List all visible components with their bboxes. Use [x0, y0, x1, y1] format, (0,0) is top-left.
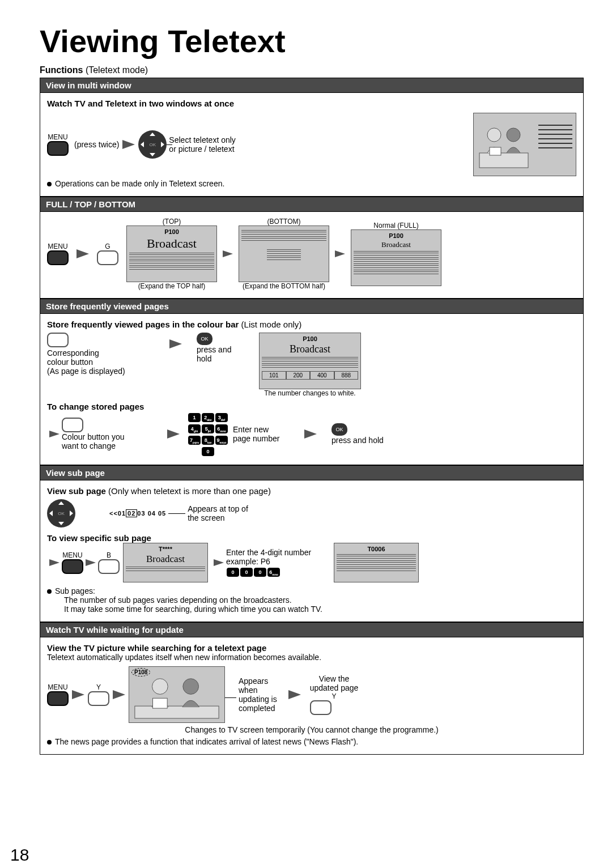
appears-when-label: Appears when updating is completed	[239, 676, 277, 713]
teletext-auto-label: Teletext automatically updates itself wh…	[47, 653, 576, 662]
bottom-label: (BOTTOM)	[239, 218, 329, 225]
arrow-icon	[223, 250, 233, 257]
view-sub-normal: (Only when teletext is more than one pag…	[106, 486, 271, 496]
section-multi-window: Watch TV and Teletext in two windows at …	[40, 93, 584, 197]
p100-tag: P100	[129, 228, 214, 235]
tv-preview-screen	[473, 113, 576, 176]
broadcast-small-label: Broadcast	[354, 240, 439, 249]
tv-update-screen: P108	[129, 666, 225, 723]
press-hold-label: press and hold	[197, 345, 259, 363]
bullet-icon	[47, 182, 52, 186]
section-watch-update: View the TV picture while searching for …	[40, 637, 584, 755]
broadcast-label: Broadcast	[126, 554, 205, 565]
menu-label: MENU	[47, 242, 69, 250]
arrow-icon	[167, 429, 180, 439]
appears-top-label: Appears at top of the screen	[188, 504, 248, 522]
select-teletext-label: Select teletext only	[169, 135, 236, 144]
yellow-label: Y	[88, 683, 109, 691]
ok-button-icon: OK	[197, 333, 212, 345]
press-twice-label: (press twice)	[74, 140, 119, 149]
section-store-pages-header: Store frequently viewed pages	[40, 299, 584, 314]
menu-label: MENU	[62, 551, 83, 559]
menu-button-icon	[47, 691, 69, 706]
expand-top-label: (Expand the TOP half)	[126, 282, 217, 290]
arrow-icon	[169, 339, 182, 348]
section-watch-update-header: Watch TV while waiting for update	[40, 622, 584, 637]
store-intro-normal: (List mode only)	[239, 320, 301, 329]
t0006-tag: T0006	[337, 546, 416, 552]
sub-note1: The number of sub pages varies depending…	[64, 595, 576, 605]
broadcast-label: Broadcast	[129, 236, 214, 251]
section-multi-window-header: View in multi window	[40, 78, 584, 93]
example-keys: 0006mno	[226, 566, 334, 577]
view-updated-label: View the updated page	[310, 674, 359, 692]
arrow-icon	[113, 690, 125, 699]
bullet-icon	[47, 589, 52, 594]
menu-button-icon	[62, 559, 83, 574]
menu-label: MENU	[47, 133, 69, 141]
example-label: example: P6	[226, 557, 334, 566]
svg-point-2	[507, 128, 520, 142]
section-full-top-bottom-header: FULL / TOP / BOTTOM	[40, 197, 584, 212]
svg-rect-7	[152, 698, 167, 708]
ok-button-icon: OK	[332, 423, 347, 436]
enter-new-label: Enter new	[233, 425, 301, 434]
menu-label: MENU	[47, 683, 69, 691]
arrow-icon	[86, 559, 96, 566]
press-hold-label: press and hold	[332, 436, 384, 445]
arrow-icon	[335, 250, 345, 257]
corresponding-label: Corresponding	[47, 348, 166, 358]
changes-note: Changes to TV screen temporarily (You ca…	[47, 725, 576, 734]
section-store-pages: Store frequently viewed pages in the col…	[40, 314, 584, 465]
p100-tag: P100	[262, 335, 358, 342]
page-number: 18	[10, 845, 29, 865]
colour-bar: 101 200 400 888	[262, 371, 358, 380]
colour-button-icon	[62, 418, 83, 432]
p100-tag: P100	[354, 232, 439, 239]
menu-button-icon	[47, 250, 69, 265]
svg-point-5	[152, 679, 168, 695]
want-to-change-label: want to change	[62, 441, 164, 450]
subpage-bar: <<010203 04 05	[109, 510, 166, 517]
svg-rect-0	[479, 153, 528, 168]
arrow-icon	[72, 690, 84, 699]
bullet-icon	[47, 740, 52, 744]
arrow-icon	[76, 249, 89, 258]
blue-button-icon	[98, 559, 120, 574]
arrow-icon	[49, 431, 60, 437]
green-label: G	[97, 242, 118, 250]
svg-point-6	[183, 679, 199, 695]
watch-tv-teletext-label: Watch TV and Teletext in two windows at …	[47, 99, 576, 108]
svg-point-1	[487, 128, 501, 142]
numpad-icon: 12abc3def 4ghi5jkl6mno 7pqrs8tuv9wxyz 0	[188, 411, 228, 457]
broadcast-label: Broadcast	[262, 343, 358, 355]
yellow-button-icon	[88, 691, 109, 706]
tstar-tag: T****	[126, 546, 205, 552]
enter-4digit-label: Enter the 4-digit number	[226, 548, 334, 557]
number-changes-label: The number changes to white.	[259, 389, 361, 397]
select-picture-label: or picture / teletext	[169, 144, 236, 154]
svg-rect-3	[490, 147, 501, 155]
section-sub-page: View sub page (Only when teletext is mor…	[40, 480, 584, 622]
arrow-icon	[214, 559, 224, 566]
page-title: Viewing Teletext	[40, 23, 584, 59]
section-sub-page-header: View sub page	[40, 465, 584, 480]
colour-button-icon	[47, 333, 69, 347]
store-intro-bold: Store frequently viewed pages in the col…	[47, 320, 239, 329]
page-number-label: page number	[233, 434, 301, 443]
dpad-icon	[138, 130, 167, 159]
svg-rect-4	[135, 706, 219, 718]
green-button-icon	[97, 250, 118, 265]
dpad-icon	[47, 499, 75, 527]
arrow-icon	[304, 429, 317, 439]
news-note: The news page provides a function that i…	[55, 737, 358, 746]
to-view-specific-label: To view specific sub page	[47, 533, 576, 543]
sub-pages-label: Sub pages:	[55, 586, 95, 595]
arrow-icon	[122, 140, 135, 149]
view-sub-bold: View sub page	[47, 486, 106, 496]
normal-full-label: Normal (FULL)	[351, 222, 441, 229]
operations-note: Operations can be made only in Teletext …	[55, 179, 224, 188]
arrow-icon	[49, 559, 60, 566]
expand-bottom-label: (Expand the BOTTOM half)	[239, 282, 329, 290]
colour-button-you-label: Colour button you	[62, 432, 164, 441]
